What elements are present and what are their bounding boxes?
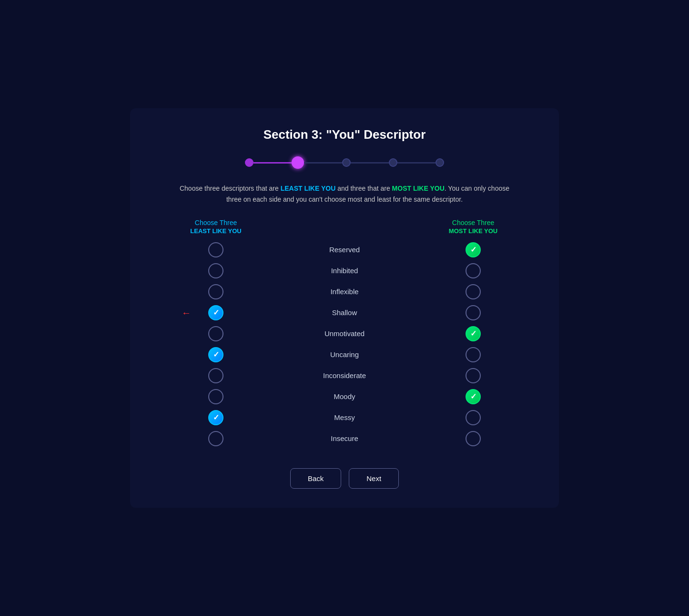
line-1 [253, 162, 292, 164]
left-check-container [187, 389, 244, 404]
right-check-container [445, 431, 502, 446]
descriptor-row: Inflexible [159, 281, 530, 302]
most-checkbox-9[interactable] [466, 431, 481, 446]
right-check-container: ✓ [445, 326, 502, 341]
least-checkbox-4[interactable] [208, 326, 223, 341]
instructions: Choose three descriptors that are LEAST … [178, 183, 511, 205]
step-2 [292, 156, 304, 169]
descriptor-row: ✓←Shallow [159, 302, 530, 323]
line-3 [351, 162, 389, 164]
left-header-sub: LEAST LIKE YOU [187, 227, 244, 235]
most-checkbox-5[interactable] [466, 347, 481, 362]
descriptor-row: Insecure [159, 428, 530, 449]
back-button[interactable]: Back [290, 468, 341, 489]
descriptor-label: Inhibited [244, 267, 445, 275]
least-checkbox-2[interactable] [208, 284, 223, 299]
least-checkbox-1[interactable] [208, 263, 223, 278]
right-check-container: ✓ [445, 389, 502, 404]
descriptor-label: Uncaring [244, 350, 445, 359]
instructions-least: LEAST LIKE YOU [281, 185, 336, 192]
descriptor-label: Inflexible [244, 287, 445, 296]
right-check-container: ✓ [445, 242, 502, 257]
left-check-container [187, 326, 244, 341]
descriptor-label: Messy [244, 413, 445, 421]
right-header-title: Choose Three [445, 219, 502, 226]
descriptor-label: Reserved [244, 246, 445, 254]
right-check-container [445, 284, 502, 299]
left-check-container: ✓ [187, 410, 244, 425]
left-check-container [187, 368, 244, 383]
descriptor-row: Moody✓ [159, 386, 530, 407]
instructions-part1: Choose three descriptors that are [180, 185, 281, 192]
most-checkbox-7[interactable]: ✓ [466, 389, 481, 404]
left-check-container [187, 242, 244, 257]
descriptor-row: Reserved✓ [159, 239, 530, 260]
least-checkbox-9[interactable] [208, 431, 223, 446]
right-check-container [445, 410, 502, 425]
most-checkbox-6[interactable] [466, 368, 481, 383]
next-button[interactable]: Next [349, 468, 399, 489]
step-1 [245, 158, 253, 167]
descriptor-row: Inconsiderate [159, 365, 530, 386]
arrow-annotation: ← [182, 307, 191, 318]
least-checkbox-7[interactable] [208, 389, 223, 404]
left-column-header: Choose Three LEAST LIKE YOU [187, 219, 244, 235]
most-checkbox-2[interactable] [466, 284, 481, 299]
descriptor-label: Unmotivated [244, 329, 445, 338]
descriptor-row: ✓Messy [159, 407, 530, 428]
step-5 [436, 158, 444, 167]
step-4 [389, 158, 397, 167]
left-header-title: Choose Three [187, 219, 244, 226]
left-check-container [187, 263, 244, 278]
least-checkbox-0[interactable] [208, 242, 223, 257]
step-3 [342, 158, 351, 167]
descriptor-list: Reserved✓InhibitedInflexible✓←ShallowUnm… [159, 239, 530, 449]
left-check-container [187, 284, 244, 299]
descriptor-label: Inconsiderate [244, 371, 445, 380]
page-title: Section 3: "You" Descriptor [159, 127, 530, 142]
instructions-most: MOST LIKE YOU [392, 185, 445, 192]
least-checkbox-6[interactable] [208, 368, 223, 383]
descriptor-row: ✓Uncaring [159, 344, 530, 365]
descriptor-row: Inhibited [159, 260, 530, 281]
line-4 [397, 162, 436, 164]
right-header-sub: MOST LIKE YOU [445, 227, 502, 235]
right-check-container [445, 368, 502, 383]
descriptor-row: Unmotivated✓ [159, 323, 530, 344]
left-check-container: ✓ [187, 347, 244, 362]
button-row: Back Next [159, 468, 530, 489]
most-checkbox-8[interactable] [466, 410, 481, 425]
most-checkbox-1[interactable] [466, 263, 481, 278]
right-check-container [445, 347, 502, 362]
descriptor-label: Insecure [244, 434, 445, 442]
column-headers: Choose Three LEAST LIKE YOU Choose Three… [159, 219, 530, 235]
most-checkbox-4[interactable]: ✓ [466, 326, 481, 341]
right-check-container [445, 305, 502, 320]
least-checkbox-3[interactable]: ✓ [208, 305, 223, 320]
main-container: Section 3: "You" Descriptor Choose three… [130, 108, 559, 508]
descriptor-label: Moody [244, 392, 445, 400]
right-column-header: Choose Three MOST LIKE YOU [445, 219, 502, 235]
descriptor-label: Shallow [244, 308, 445, 317]
most-checkbox-3[interactable] [466, 305, 481, 320]
least-checkbox-5[interactable]: ✓ [208, 347, 223, 362]
least-checkbox-8[interactable]: ✓ [208, 410, 223, 425]
most-checkbox-0[interactable]: ✓ [466, 242, 481, 257]
right-check-container [445, 263, 502, 278]
line-2 [304, 162, 342, 164]
instructions-part2: and three that are [335, 185, 392, 192]
progress-bar [159, 156, 530, 169]
left-check-container: ✓← [187, 305, 244, 320]
left-check-container [187, 431, 244, 446]
